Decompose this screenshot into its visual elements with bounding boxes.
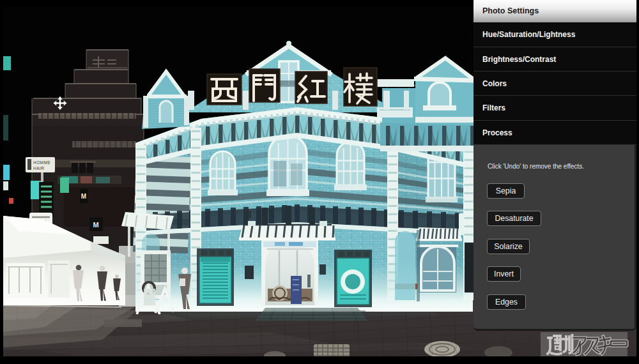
svg-text:HAIR: HAIR	[33, 166, 45, 171]
svg-text:HOMME: HOMME	[33, 160, 51, 165]
svg-text:M: M	[93, 221, 98, 229]
svg-text:M: M	[81, 193, 86, 200]
